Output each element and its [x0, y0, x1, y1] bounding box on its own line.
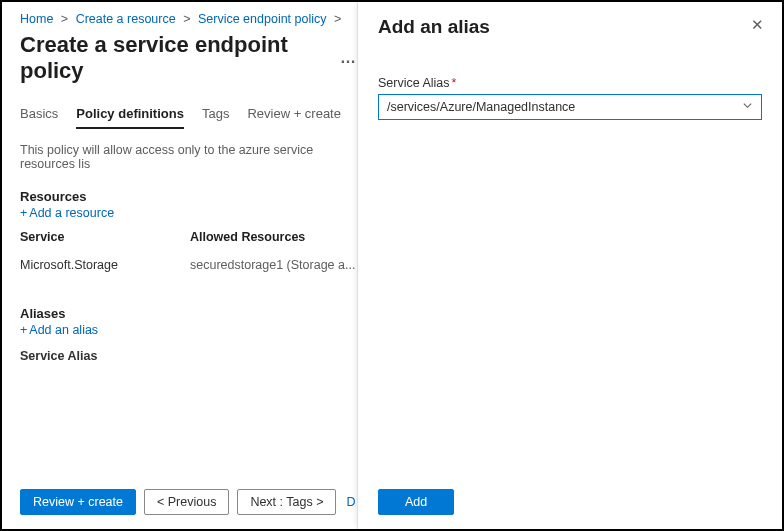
- review-create-button[interactable]: Review + create: [20, 489, 136, 515]
- col-allowed-resources: Allowed Resources: [190, 230, 305, 244]
- breadcrumb-service-endpoint-policy[interactable]: Service endpoint policy: [198, 12, 327, 26]
- breadcrumb-create-resource[interactable]: Create a resource: [76, 12, 176, 26]
- tab-policy-definitions[interactable]: Policy definitions: [76, 106, 184, 129]
- close-icon[interactable]: ✕: [751, 16, 764, 34]
- resources-table-header: Service Allowed Resources: [20, 230, 357, 244]
- tab-tags[interactable]: Tags: [202, 106, 229, 129]
- resources-heading: Resources: [20, 189, 357, 204]
- next-button[interactable]: Next : Tags >: [237, 489, 336, 515]
- aliases-heading: Aliases: [20, 306, 357, 321]
- service-alias-select[interactable]: /services/Azure/ManagedInstance: [378, 94, 762, 120]
- breadcrumb-home[interactable]: Home: [20, 12, 53, 26]
- tab-review-create[interactable]: Review + create: [247, 106, 341, 129]
- panel-title: Add an alias: [378, 16, 762, 38]
- service-alias-value: /services/Azure/ManagedInstance: [387, 100, 575, 114]
- chevron-down-icon: [742, 100, 753, 114]
- add-alias-panel: Add an alias ✕ Service Alias* /services/…: [357, 2, 782, 529]
- chevron-right-icon: >: [61, 12, 68, 26]
- chevron-right-icon: >: [183, 12, 190, 26]
- plus-icon: +: [20, 206, 27, 220]
- previous-button[interactable]: < Previous: [144, 489, 229, 515]
- col-service: Service: [20, 230, 190, 244]
- more-icon[interactable]: …: [340, 49, 357, 67]
- add-resource-label: Add a resource: [29, 206, 114, 220]
- cell-service: Microsoft.Storage: [20, 258, 190, 272]
- service-alias-label: Service Alias*: [378, 76, 762, 90]
- add-resource-link[interactable]: +Add a resource: [20, 206, 357, 220]
- cell-allowed: securedstorage1 (Storage a...: [190, 258, 355, 272]
- page-title-text: Create a service endpoint policy: [20, 32, 328, 84]
- download-link[interactable]: D: [346, 495, 355, 509]
- required-icon: *: [452, 76, 457, 90]
- tab-basics[interactable]: Basics: [20, 106, 58, 129]
- breadcrumb: Home > Create a resource > Service endpo…: [20, 12, 357, 26]
- add-alias-link[interactable]: +Add an alias: [20, 323, 357, 337]
- table-row: Microsoft.Storage securedstorage1 (Stora…: [20, 258, 357, 272]
- wizard-footer: Review + create < Previous Next : Tags >…: [20, 489, 357, 515]
- policy-description: This policy will allow access only to th…: [20, 143, 357, 171]
- chevron-right-icon: >: [334, 12, 341, 26]
- col-service-alias: Service Alias: [20, 349, 357, 363]
- add-alias-label: Add an alias: [29, 323, 98, 337]
- tabs: Basics Policy definitions Tags Review + …: [20, 106, 357, 129]
- add-button[interactable]: Add: [378, 489, 454, 515]
- plus-icon: +: [20, 323, 27, 337]
- page-title: Create a service endpoint policy …: [20, 32, 357, 84]
